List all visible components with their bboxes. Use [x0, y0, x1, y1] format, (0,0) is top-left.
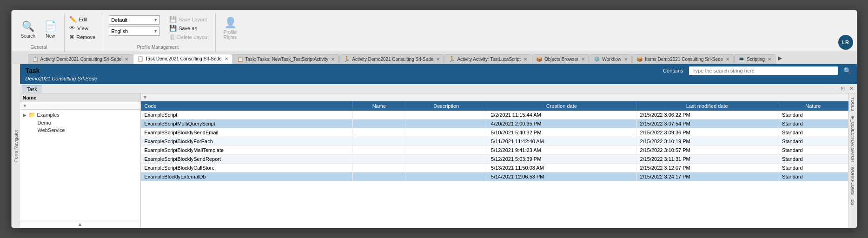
cell-5-1 — [353, 155, 405, 164]
view-button[interactable]: 👁 View — [67, 24, 97, 32]
col-name: Name — [353, 101, 405, 111]
tab-activity-3[interactable]: 🏃 Activity Activity: TestLucaScript ✕ — [444, 54, 531, 64]
tree-item-demo[interactable]: Demo — [20, 119, 140, 126]
table-row[interactable]: ExampleScriptBlocklySendEmail5/10/2021 5… — [141, 128, 848, 137]
view-label: View — [77, 26, 88, 31]
tab-activity-2[interactable]: 🏃 Activity Demo2021 Consulting Srl-Sede … — [339, 54, 444, 64]
cell-6-5: Standard — [778, 164, 848, 172]
ribbon-general-buttons: 🔍 Search 📄 New — [18, 15, 60, 44]
sidebar-eg[interactable]: EG — [849, 198, 856, 207]
tab6-close[interactable]: ✕ — [581, 57, 585, 62]
cell-1-0: ExampleScriptMultiQueryScript — [141, 119, 353, 128]
table-row[interactable]: ExampleScriptBlocklyForEach5/11/2021 11:… — [141, 137, 848, 146]
delete-layout-button[interactable]: 🗑 Delete Layout — [167, 33, 211, 41]
tab-items[interactable]: 📦 Items Demo2021 Consulting Srl-Sede ✕ — [632, 54, 734, 64]
sidebar-workflows[interactable]: WORKFLOWS — [849, 165, 856, 197]
default-dropdown[interactable]: Default ▼ — [109, 15, 160, 25]
tab5-label: Activity Activity: TestLucaScript — [457, 57, 521, 62]
tree-content: ▶ 📁 Examples Demo WebService — [20, 110, 140, 220]
save-layout-button[interactable]: 💾 Save Layout — [167, 15, 211, 23]
tab1-close[interactable]: ✕ — [125, 57, 128, 62]
tree-item-webservice[interactable]: WebService — [20, 126, 140, 134]
ribbon-group-actions: ✏️ Edit 👁 View ✖ Remove - — [65, 13, 102, 52]
content-panel: Task Contains 🔍 Demo2021 Consulting Srl-… — [20, 64, 857, 228]
tab-objects-browser[interactable]: 📦 Objects Browser ✕ — [532, 54, 589, 64]
sub-tab-close[interactable]: ✕ — [848, 85, 855, 92]
save-as-button[interactable]: 💾 Save as — [167, 24, 211, 32]
task-title: Task — [26, 67, 40, 74]
tree-header: Name — [20, 93, 140, 102]
grid-scroll[interactable]: Code Name Description Creation date Last… — [141, 101, 848, 228]
cell-0-4: 2/15/2022 3:06:22 PM — [636, 111, 778, 119]
search-submit-icon[interactable]: 🔍 — [843, 67, 851, 74]
tab4-label: Activity Demo2021 Consulting Srl-Sede — [352, 57, 433, 62]
sidebar-object-navigator[interactable]: IF_OBJECTNAVIGATOR — [849, 114, 856, 164]
tab8-icon: 📦 — [636, 56, 643, 62]
table-row[interactable]: ExampleBlocklyExternalDb5/14/2021 12:06:… — [141, 172, 848, 181]
sub-tab-task[interactable]: Task — [22, 85, 43, 93]
sub-tab-label: Task — [27, 86, 38, 92]
tab-workflow[interactable]: ⚙️ Workflow ✕ — [590, 54, 632, 64]
profile-rights-button[interactable]: 👤 ProfileRights — [219, 15, 242, 41]
ribbon-group-rights: 👤 ProfileRights - — [216, 13, 246, 52]
cell-6-4: 2/15/2022 3:12:07 PM — [636, 164, 778, 172]
cell-5-4: 2/15/2022 3:11:31 PM — [636, 155, 778, 164]
cell-4-5: Standard — [778, 146, 848, 155]
profile-mgmt-content: Default ▼ English ▼ 💾 Save Layout 💾 — [105, 15, 211, 44]
expand-examples-icon: ▶ — [23, 112, 27, 118]
tab3-close[interactable]: ✕ — [331, 57, 335, 62]
grid-panel: ▼ Code Name Description Creation date La… — [141, 93, 848, 228]
profile-mgmt-label: Profile Management — [137, 44, 179, 50]
tab-scroll-right[interactable]: ▶ — [778, 55, 782, 61]
tab7-close[interactable]: ✕ — [624, 57, 628, 62]
tab8-close[interactable]: ✕ — [726, 57, 729, 62]
tab-activity-1[interactable]: 📋 Activity Demo2021 Consulting Srl-Sede … — [28, 54, 133, 64]
tab5-close[interactable]: ✕ — [523, 57, 527, 62]
english-value: English — [111, 28, 128, 34]
edit-button[interactable]: ✏️ Edit — [67, 15, 97, 23]
tab3-label: Task: Tasks: NewTask_TestScriptActivity — [245, 57, 329, 62]
tab9-close[interactable]: ✕ — [768, 57, 771, 62]
cell-3-0: ExampleScriptBlocklyForEach — [141, 137, 353, 146]
delete-layout-icon: 🗑 — [169, 33, 175, 40]
search-button[interactable]: 🔍 Search — [18, 19, 39, 40]
profile-rights-icon: 👤 — [224, 17, 237, 29]
tree-header-label: Name — [23, 95, 37, 100]
cell-4-3: 5/12/2021 9:41:23 AM — [487, 146, 636, 155]
sub-tab-minimize[interactable]: − — [831, 86, 837, 92]
remove-icon: ✖ — [69, 33, 74, 40]
tab-task-2[interactable]: 📋 Task: Tasks: NewTask_TestScriptActivit… — [233, 54, 339, 64]
tab-scripting[interactable]: 💻 Scripting ✕ — [734, 54, 775, 64]
save-layout-label: Save Layout — [179, 17, 207, 22]
tab1-label: Activity Demo2021 Consulting Srl-Sede — [40, 57, 122, 62]
table-row[interactable]: ExampleScriptBlocklySendReport5/12/2021 … — [141, 155, 848, 164]
table-row[interactable]: ExampleScriptBlocklyCallStore5/13/2021 1… — [141, 164, 848, 172]
user-badge[interactable]: LR — [838, 35, 853, 50]
table-row[interactable]: ExampleScriptMultiQueryScript4/20/2021 2… — [141, 119, 848, 128]
table-row[interactable]: ExampleScriptBlocklyMailTemplate5/12/202… — [141, 146, 848, 155]
tab-task-1[interactable]: 📋 Task Demo2021 Consulting Srl-Sede ✕ — [133, 54, 232, 64]
cell-1-1 — [353, 119, 405, 128]
grid-table: Code Name Description Creation date Last… — [141, 101, 848, 181]
new-button[interactable]: 📄 New — [41, 19, 60, 40]
sub-tab-bar: Task − ⊡ ✕ — [20, 84, 857, 93]
cell-1-4: 2/15/2022 3:07:54 PM — [636, 119, 778, 128]
task-company-subtitle: Demo2021 Consulting Srl-Sede — [26, 76, 98, 81]
sidebar-tools[interactable]: TOOLS — [849, 95, 856, 113]
remove-button[interactable]: ✖ Remove — [67, 33, 97, 41]
tree-item-examples[interactable]: ▶ 📁 Examples — [20, 111, 140, 119]
tab2-close[interactable]: ✕ — [225, 56, 228, 61]
tree-scroll-up[interactable]: ▲ — [20, 220, 140, 228]
tab2-icon: 📋 — [137, 56, 144, 62]
save-as-icon: 💾 — [169, 25, 177, 32]
cell-0-2 — [405, 111, 487, 119]
search-input[interactable] — [689, 66, 838, 75]
dropdown-group: Default ▼ English ▼ — [105, 15, 164, 36]
tab4-close[interactable]: ✕ — [436, 57, 440, 62]
form-navigator: Form Navigator — [12, 64, 20, 228]
tab6-icon: 📦 — [536, 56, 543, 62]
delete-layout-label: Delete Layout — [177, 34, 209, 40]
sub-tab-restore[interactable]: ⊡ — [839, 85, 846, 92]
english-dropdown[interactable]: English ▼ — [109, 26, 160, 36]
table-row[interactable]: ExampleScript2/2/2021 11:15:44 AM2/15/20… — [141, 111, 848, 119]
